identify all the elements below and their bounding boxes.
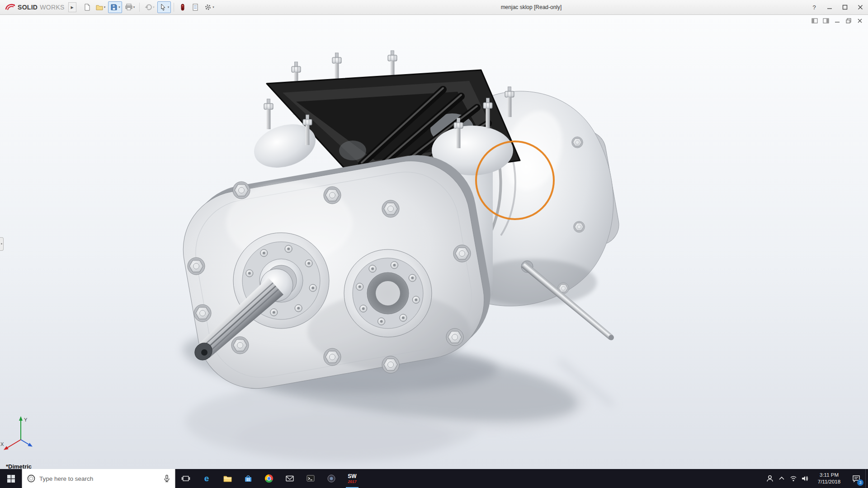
maximize-icon (842, 5, 848, 10)
windows-logo-icon (7, 475, 15, 483)
solidworks-app-icon: SW 2017 (346, 472, 358, 485)
pane-right-icon (823, 18, 829, 24)
people-icon (765, 474, 774, 483)
doc-minimize-icon (834, 18, 840, 24)
doc-restore-icon (845, 18, 852, 24)
titlebar: SOLIDWORKS ▶ ▾ ▾ (0, 0, 868, 15)
doc-minimize-button[interactable] (834, 17, 841, 24)
options-button[interactable]: ▾ (202, 1, 216, 13)
print-icon (125, 3, 133, 11)
rebuild-button[interactable] (177, 1, 189, 13)
people-button[interactable] (764, 469, 776, 488)
solidworks-taskbar-button[interactable]: SW 2017 (342, 469, 363, 488)
help-button[interactable]: ? (807, 0, 822, 14)
store-icon (244, 474, 253, 483)
network-button[interactable] (788, 469, 799, 488)
menu-flyout-button[interactable]: ▶ (68, 2, 76, 12)
edge-taskbar-button[interactable]: e (196, 469, 217, 488)
toolbar-separator (174, 3, 174, 12)
taskbar: e (0, 469, 868, 488)
chevron-up-icon (777, 474, 786, 483)
print-button[interactable]: ▾ (123, 1, 137, 13)
triad-y-label: Y (24, 417, 28, 422)
file-properties-button[interactable] (189, 1, 201, 13)
file-explorer-taskbar-button[interactable] (217, 469, 238, 488)
undo-icon (144, 3, 152, 11)
pane-right-button[interactable] (822, 17, 830, 24)
store-taskbar-button[interactable] (238, 469, 259, 488)
dropdown-caret-icon: ▾ (104, 5, 106, 9)
system-tray: 3:11 PM 7/11/2018 3 (764, 469, 868, 488)
notification-badge: 3 (857, 479, 863, 486)
action-center-button[interactable]: 3 (847, 469, 865, 488)
file-properties-icon (191, 3, 199, 11)
open-folder-icon (95, 3, 104, 11)
open-button[interactable]: ▾ (94, 1, 108, 13)
brand-solid-text: SOLID (18, 4, 38, 11)
3d-scene[interactable]: Y X (0, 15, 868, 469)
window-controls: ? (807, 0, 868, 14)
cortana-icon (27, 474, 36, 483)
doc-restore-button[interactable] (845, 17, 852, 24)
dropdown-caret-icon: ▾ (168, 5, 170, 9)
select-arrow-icon (159, 3, 167, 11)
solidworks-logo: SOLIDWORKS (0, 3, 68, 12)
close-button[interactable] (853, 0, 868, 14)
mail-taskbar-button[interactable] (279, 469, 300, 488)
command-prompt-taskbar-button[interactable] (300, 469, 321, 488)
pane-left-button[interactable] (811, 17, 818, 24)
document-title: menjac sklop [Read-only] (470, 0, 592, 15)
search-input[interactable] (39, 475, 159, 482)
svg-text:e: e (204, 474, 209, 483)
close-icon (858, 5, 863, 10)
minimize-button[interactable] (822, 0, 837, 14)
task-view-button[interactable] (175, 469, 196, 488)
new-document-button[interactable] (81, 1, 93, 13)
dropdown-caret-icon: ▾ (212, 5, 214, 9)
speaker-icon (801, 474, 810, 483)
bearing-flange (344, 249, 432, 337)
doc-close-button[interactable] (856, 17, 863, 24)
triad-x-label: X (0, 441, 4, 447)
network-wifi-icon (789, 474, 798, 483)
dropdown-caret-icon: ▾ (133, 5, 135, 9)
microphone-icon[interactable] (162, 474, 171, 483)
file-explorer-icon (223, 474, 232, 483)
mail-icon (285, 474, 294, 483)
show-desktop-button[interactable] (865, 469, 868, 488)
generic-app-icon (327, 474, 336, 483)
taskbar-search[interactable] (22, 469, 175, 488)
3d-viewport[interactable]: Y X (0, 15, 868, 469)
clock-date: 7/11/2018 (818, 479, 840, 485)
pane-left-icon (811, 18, 818, 24)
svg-text:SW: SW (348, 473, 357, 479)
document-window-controls (811, 17, 863, 24)
rebuild-icon (179, 3, 187, 11)
save-button[interactable]: ▾ (108, 1, 122, 13)
app-taskbar-button[interactable] (321, 469, 342, 488)
maximize-button[interactable] (837, 0, 853, 14)
options-gear-icon (204, 3, 212, 11)
brand-works-text: WORKS (40, 4, 64, 11)
dropdown-caret-icon: ▾ (153, 5, 155, 9)
select-tool-button[interactable]: ▾ (157, 1, 171, 13)
volume-button[interactable] (799, 469, 811, 488)
svg-text:2017: 2017 (348, 479, 357, 484)
help-icon: ? (812, 4, 816, 11)
start-button[interactable] (0, 469, 22, 488)
undo-button[interactable]: ▾ (142, 1, 156, 13)
panel-splitter-handle[interactable] (0, 237, 4, 251)
flyout-arrow-icon: ▶ (71, 5, 74, 9)
dropdown-caret-icon: ▾ (118, 5, 120, 9)
solidworks-ds-icon (5, 3, 15, 12)
chrome-taskbar-button[interactable] (259, 469, 279, 488)
hidden-icons-button[interactable] (776, 469, 788, 488)
toolbar-separator (139, 3, 140, 12)
taskbar-clock[interactable]: 3:11 PM 7/11/2018 (811, 469, 847, 488)
edge-icon: e (202, 474, 212, 483)
task-view-icon (181, 474, 190, 483)
command-prompt-icon (306, 474, 315, 483)
new-document-icon (83, 3, 91, 11)
clock-time: 3:11 PM (820, 472, 839, 479)
chrome-icon (264, 474, 274, 483)
